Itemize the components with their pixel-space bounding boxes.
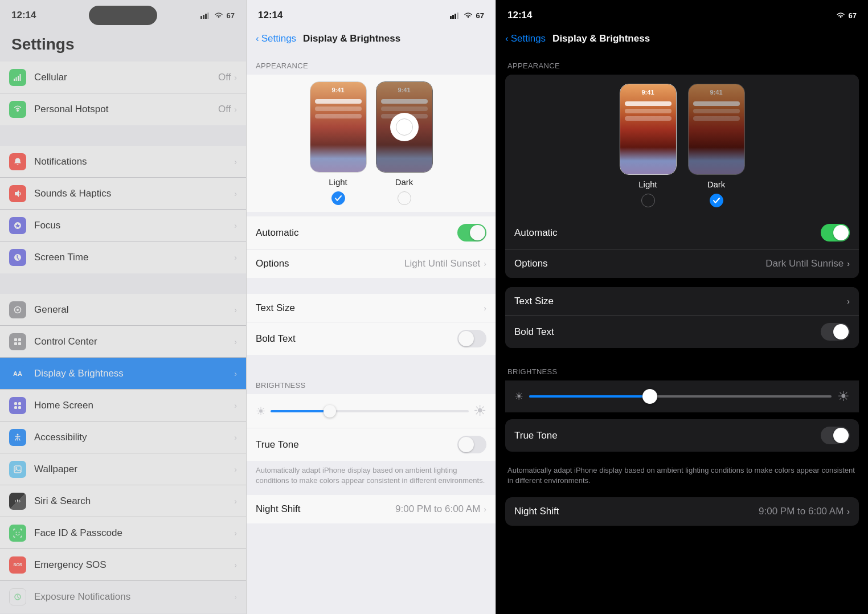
text-size-item-3[interactable]: Text Size › xyxy=(505,287,859,316)
options-item-2[interactable]: Options Light Until Sunset › xyxy=(247,249,496,278)
hotspot-icon xyxy=(9,101,26,118)
automatic-toggle-2[interactable] xyxy=(457,224,486,241)
true-tone-toggle-3[interactable] xyxy=(821,427,850,444)
display-item[interactable]: AA Display & Brightness › xyxy=(0,358,246,390)
accessibility-item[interactable]: Accessibility › xyxy=(0,421,246,453)
options-item-3[interactable]: Options Dark Until Sunrise › xyxy=(505,249,859,278)
svg-rect-3 xyxy=(207,13,209,19)
options-label-3: Options xyxy=(514,258,765,269)
cellular-label: Cellular xyxy=(34,72,218,83)
back-button-2[interactable]: ‹ Settings xyxy=(256,33,296,44)
svg-point-11 xyxy=(17,309,19,311)
light-check-2[interactable] xyxy=(331,191,345,205)
hotspot-svg xyxy=(13,105,22,114)
dark-check-2[interactable] xyxy=(398,191,411,205)
bold-text-toggle-2[interactable] xyxy=(457,330,486,347)
status-time-2: 12:14 xyxy=(258,10,282,21)
wifi-icon xyxy=(214,12,223,19)
light-mode-card[interactable]: 9:41 Light xyxy=(310,81,367,205)
dark-mode-card-dark[interactable]: 9:41 Dark xyxy=(688,84,745,207)
dark-mode-card[interactable]: 9:41 Dark xyxy=(376,81,433,205)
settings-panel: 12:14 67 Settings Cellular Off › xyxy=(0,0,246,614)
svg-rect-7 xyxy=(20,74,21,81)
svg-rect-12 xyxy=(14,338,17,341)
wallpaper-icon xyxy=(9,461,26,478)
nav-title-2: Display & Brightness xyxy=(303,33,400,44)
dbar3 xyxy=(625,116,672,121)
accessibility-chevron: › xyxy=(234,433,237,442)
emergency-sos-icon: SOS xyxy=(9,556,26,574)
wifi-icon-3 xyxy=(836,12,845,19)
screen-time-item[interactable]: Screen Time › xyxy=(0,241,246,273)
light-mode-card-dark[interactable]: 9:41 Light xyxy=(620,84,677,207)
bold-text-toggle-3[interactable] xyxy=(821,323,850,341)
bold-text-item-2[interactable]: Bold Text xyxy=(247,322,496,355)
faceid-item[interactable]: Face ID & Passcode › xyxy=(0,517,246,549)
siri-item[interactable]: Siri & Search › xyxy=(0,485,246,517)
general-item[interactable]: General › xyxy=(0,294,246,326)
automatic-item-2[interactable]: Automatic xyxy=(247,216,496,249)
brightness-track-3[interactable] xyxy=(529,395,832,398)
display-icon: AA xyxy=(9,365,26,382)
faceid-svg xyxy=(13,529,22,538)
svg-rect-6 xyxy=(18,76,19,81)
cellular-icon xyxy=(9,69,26,86)
sep-c xyxy=(247,355,496,371)
light-check-3[interactable] xyxy=(641,194,655,207)
wallpaper-item[interactable]: Wallpaper › xyxy=(0,453,246,485)
text-size-item-2[interactable]: Text Size › xyxy=(247,294,496,322)
text-size-label-2: Text Size xyxy=(256,302,484,314)
true-tone-item-3[interactable]: True Tone xyxy=(505,419,859,452)
emergency-sos-item[interactable]: SOS Emergency SOS › xyxy=(0,549,246,581)
sounds-item[interactable]: Sounds & Haptics › xyxy=(0,178,246,210)
svg-rect-18 xyxy=(14,406,17,409)
options-chevron-2: › xyxy=(484,259,486,268)
faceid-label: Face ID & Passcode xyxy=(34,527,234,539)
hotspot-chevron: › xyxy=(234,105,237,114)
dark-check-3[interactable] xyxy=(710,194,723,207)
night-shift-item-2[interactable]: Night Shift 9:00 PM to 6:00 AM › xyxy=(247,495,496,523)
light-label-2: Light xyxy=(329,177,347,187)
brightness-header-3: BRIGHTNESS xyxy=(496,357,868,380)
automatic-item-3[interactable]: Automatic xyxy=(505,216,859,249)
notifications-item[interactable]: Notifications › xyxy=(0,146,246,178)
status-icons-2: 67 xyxy=(450,11,484,20)
light-phone-thumb: 9:41 xyxy=(310,81,367,173)
bold-text-item-3[interactable]: Bold Text xyxy=(505,316,859,348)
light-bars xyxy=(315,99,362,121)
true-tone-toggle-2[interactable] xyxy=(457,436,486,453)
svg-rect-17 xyxy=(18,402,21,405)
battery-icon: 67 xyxy=(227,11,235,20)
brightness-track-2[interactable] xyxy=(271,410,469,412)
sounds-svg xyxy=(13,189,22,198)
night-shift-item-3[interactable]: Night Shift 9:00 PM to 6:00 AM › xyxy=(505,497,859,526)
svg-rect-28 xyxy=(455,14,456,19)
auto-options-card-2: Automatic Options Light Until Sunset › xyxy=(247,216,496,278)
svg-point-20 xyxy=(17,433,19,435)
settings-group-display: General › Control Center › AA Display & … xyxy=(0,294,246,613)
true-tone-item-2[interactable]: True Tone xyxy=(247,428,496,461)
focus-icon xyxy=(9,217,26,234)
settings-group-connectivity: Cellular Off › Personal Hotspot Off › xyxy=(0,62,246,125)
wifi-icon-2 xyxy=(464,12,473,19)
control-center-svg xyxy=(13,337,22,346)
svg-marker-9 xyxy=(15,190,19,197)
nav-title-3: Display & Brightness xyxy=(552,33,650,44)
dark-bars-dark xyxy=(693,101,740,124)
focus-item[interactable]: Focus › xyxy=(0,210,246,241)
personal-hotspot-item[interactable]: Personal Hotspot Off › xyxy=(0,93,246,125)
automatic-toggle-3[interactable] xyxy=(821,224,850,241)
home-screen-item[interactable]: Home Screen › xyxy=(0,390,246,421)
screen-time-chevron: › xyxy=(234,253,237,262)
svg-rect-14 xyxy=(14,342,17,345)
night-shift-card-2: Night Shift 9:00 PM to 6:00 AM › xyxy=(247,495,496,523)
cellular-svg xyxy=(13,73,22,82)
brightness-thumb-3 xyxy=(642,389,657,404)
cellular-item[interactable]: Cellular Off › xyxy=(0,62,246,93)
back-button-3[interactable]: ‹ Settings xyxy=(505,33,546,44)
control-center-item[interactable]: Control Center › xyxy=(0,326,246,358)
exposure-item[interactable]: Exposure Notifications › xyxy=(0,581,246,613)
home-screen-svg xyxy=(13,401,22,410)
appearance-section-dark: 9:41 Light 9:41 xyxy=(505,75,859,278)
dark-appearance-cards: 9:41 Light 9:41 xyxy=(505,75,859,216)
